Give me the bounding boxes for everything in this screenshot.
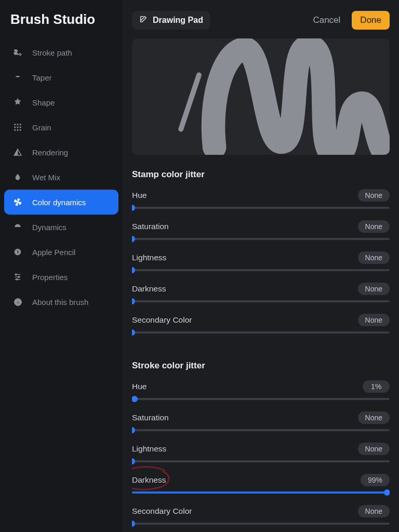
slider-track[interactable] bbox=[132, 460, 390, 462]
sidebar-item-about[interactable]: About this brush bbox=[4, 289, 118, 314]
slider-value: 1% bbox=[363, 380, 390, 393]
slider-stroke-darkness[interactable]: Darkness 99% bbox=[132, 474, 390, 494]
sidebar: Brush Studio Stroke path Taper Shape bbox=[0, 0, 123, 532]
done-button[interactable]: Done bbox=[352, 11, 390, 30]
slider-thumb[interactable] bbox=[132, 298, 135, 304]
slider-thumb[interactable] bbox=[132, 458, 135, 464]
slider-stamp-darkness[interactable]: Darkness None bbox=[132, 283, 390, 302]
sidebar-item-stroke-path[interactable]: Stroke path bbox=[4, 40, 118, 65]
edit-icon bbox=[139, 15, 148, 25]
settings-scroll[interactable]: Stamp color jitter Hue None Saturation N… bbox=[132, 155, 390, 532]
slider-fill bbox=[132, 491, 387, 494]
slider-track[interactable] bbox=[132, 491, 390, 494]
sidebar-item-label: Rendering bbox=[32, 148, 68, 157]
svg-point-6 bbox=[15, 129, 16, 130]
svg-rect-18 bbox=[17, 300, 18, 300]
slider-stroke-secondary[interactable]: Secondary Color None bbox=[132, 505, 390, 525]
properties-icon bbox=[12, 272, 23, 282]
sidebar-item-label: Taper bbox=[32, 73, 52, 82]
sidebar-item-label: Apple Pencil bbox=[32, 248, 75, 257]
slider-track[interactable] bbox=[132, 207, 390, 209]
slider-thumb[interactable] bbox=[132, 521, 135, 527]
cancel-button[interactable]: Cancel bbox=[313, 15, 340, 25]
dynamics-icon bbox=[12, 222, 23, 232]
slider-stroke-hue[interactable]: Hue 1% bbox=[132, 380, 390, 400]
info-icon bbox=[12, 297, 23, 307]
slider-track[interactable] bbox=[132, 523, 390, 525]
stroke-path-icon bbox=[12, 47, 23, 58]
app-title: Brush Studio bbox=[0, 11, 123, 40]
slider-stamp-lightness[interactable]: Lightness None bbox=[132, 251, 390, 271]
grain-icon bbox=[12, 122, 23, 132]
sidebar-item-label: Shape bbox=[32, 98, 55, 107]
slider-thumb[interactable] bbox=[132, 329, 135, 336]
shape-icon bbox=[12, 97, 23, 108]
slider-thumb[interactable] bbox=[132, 427, 135, 433]
brush-stroke-preview bbox=[132, 38, 390, 155]
drawing-pad-button[interactable]: Drawing Pad bbox=[132, 11, 210, 30]
sidebar-item-label: Stroke path bbox=[32, 48, 72, 57]
slider-stroke-lightness[interactable]: Lightness None bbox=[132, 443, 390, 462]
slider-thumb[interactable] bbox=[384, 489, 390, 496]
sidebar-item-taper[interactable]: Taper bbox=[4, 65, 118, 90]
slider-track[interactable] bbox=[132, 238, 390, 240]
wet-mix-icon bbox=[12, 172, 23, 182]
brush-preview[interactable] bbox=[132, 38, 390, 155]
slider-track[interactable] bbox=[132, 398, 390, 400]
slider-label: Lightness bbox=[132, 444, 166, 454]
svg-point-7 bbox=[17, 129, 18, 130]
slider-thumb[interactable] bbox=[132, 205, 135, 211]
slider-label: Secondary Color bbox=[132, 315, 192, 325]
slider-value: None bbox=[358, 505, 390, 517]
slider-track[interactable] bbox=[132, 331, 390, 334]
slider-label: Saturation bbox=[132, 413, 169, 422]
svg-point-1 bbox=[17, 124, 18, 125]
color-dynamics-icon bbox=[12, 197, 23, 207]
sidebar-item-grain[interactable]: Grain bbox=[4, 115, 118, 140]
sidebar-item-properties[interactable]: Properties bbox=[4, 264, 118, 289]
svg-point-14 bbox=[18, 276, 20, 278]
slider-label: Saturation bbox=[132, 222, 169, 231]
slider-value: None bbox=[358, 251, 390, 264]
svg-point-0 bbox=[15, 124, 16, 125]
topbar: Drawing Pad Cancel Done bbox=[132, 9, 390, 31]
svg-point-3 bbox=[15, 127, 16, 128]
svg-point-13 bbox=[15, 274, 17, 275]
sidebar-item-wet-mix[interactable]: Wet Mix bbox=[4, 165, 118, 190]
slider-thumb[interactable] bbox=[132, 267, 135, 273]
slider-track[interactable] bbox=[132, 429, 390, 431]
svg-rect-17 bbox=[17, 301, 18, 304]
slider-track[interactable] bbox=[132, 269, 390, 271]
slider-track[interactable] bbox=[132, 300, 390, 302]
slider-value: 99% bbox=[361, 474, 390, 486]
svg-point-15 bbox=[16, 278, 18, 280]
slider-value: None bbox=[358, 443, 390, 455]
svg-point-4 bbox=[17, 127, 18, 128]
slider-stamp-saturation[interactable]: Saturation None bbox=[132, 220, 390, 240]
section-title-stamp: Stamp color jitter bbox=[132, 169, 390, 180]
slider-stroke-saturation[interactable]: Saturation None bbox=[132, 411, 390, 431]
slider-value: None bbox=[358, 411, 390, 424]
sidebar-item-label: About this brush bbox=[32, 298, 88, 307]
svg-point-2 bbox=[20, 124, 21, 125]
slider-stamp-secondary[interactable]: Secondary Color None bbox=[132, 314, 390, 334]
slider-label: Lightness bbox=[132, 253, 166, 262]
slider-label: Secondary Color bbox=[132, 507, 192, 516]
sidebar-item-shape[interactable]: Shape bbox=[4, 90, 118, 115]
slider-thumb[interactable] bbox=[132, 396, 138, 402]
sidebar-item-label: Wet Mix bbox=[32, 173, 60, 182]
rendering-icon bbox=[12, 147, 23, 157]
slider-stamp-hue[interactable]: Hue None bbox=[132, 189, 390, 209]
drawing-pad-label: Drawing Pad bbox=[153, 16, 203, 25]
sidebar-item-apple-pencil[interactable]: Apple Pencil bbox=[4, 240, 118, 264]
svg-point-8 bbox=[20, 129, 21, 130]
slider-thumb[interactable] bbox=[132, 236, 135, 242]
sidebar-item-color-dynamics[interactable]: Color dynamics bbox=[4, 190, 118, 215]
sidebar-item-rendering[interactable]: Rendering bbox=[4, 140, 118, 165]
sidebar-item-label: Properties bbox=[32, 273, 68, 282]
section-title-stroke: Stroke color jitter bbox=[132, 361, 390, 371]
slider-value: None bbox=[358, 314, 390, 326]
sidebar-nav: Stroke path Taper Shape Grain bbox=[0, 40, 123, 314]
sidebar-item-dynamics[interactable]: Dynamics bbox=[4, 215, 118, 240]
sidebar-item-label: Color dynamics bbox=[32, 198, 86, 207]
